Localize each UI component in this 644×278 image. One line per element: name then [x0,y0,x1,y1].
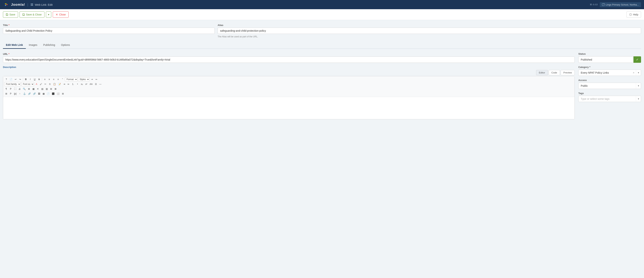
ordered-list-icon[interactable]: 1. [71,82,75,86]
chevron-down-icon [638,71,639,74]
link-icon[interactable]: 🔗 [32,92,37,96]
access-select[interactable]: Public [578,83,641,89]
copy-icon[interactable]: ⎘ [48,82,52,86]
svg-rect-6 [6,15,8,15]
main-content: Title * Alias The Alias will be used as … [0,20,644,123]
unordered-list-icon[interactable]: • [76,82,80,86]
editor-content[interactable] [3,97,574,119]
align-left-icon[interactable]: ≡ [43,77,47,81]
category-label: Category * [578,66,641,68]
content-tabs: Edit Web Link Images Publishing Options [3,42,641,49]
alias-input[interactable] [218,28,641,34]
format-select[interactable]: Format [65,77,78,81]
tags-dropdown-button[interactable] [636,96,641,102]
tab-options[interactable]: Options [58,42,73,49]
editor-tab-preview[interactable]: Preview [561,70,575,75]
close-button[interactable]: Close [53,11,68,18]
font-color-icon[interactable]: A [34,82,38,86]
outdent-icon[interactable]: ⇤ [66,82,71,86]
image-icon[interactable]: 🖼 [37,92,41,96]
p-tag-icon[interactable]: P [9,92,13,96]
template-icon[interactable]: 📄 [46,92,50,96]
editor-tab-code[interactable]: Code [549,70,560,75]
align-center-icon[interactable]: ≡ [47,77,51,81]
save-close-button[interactable]: Save & Close [20,11,44,18]
italic-button[interactable]: I [28,77,32,81]
rtl-icon[interactable]: ⇐ [94,77,98,81]
tags-section: Tags Type or select some tags [578,92,641,102]
status-confirm-button[interactable]: ✓ [634,56,641,63]
styles-select[interactable]: Styles [78,77,90,81]
table-col-icon[interactable]: ▥ [45,87,49,91]
status-input[interactable] [578,56,634,63]
access-dropdown-button[interactable] [636,83,641,89]
media-icon[interactable]: ▦ [42,92,46,96]
category-select[interactable]: Every NPAT Policy Links × [578,70,641,76]
blockquote2-icon[interactable]: P [9,87,13,91]
help-button[interactable]: ? Help [626,11,641,18]
font-size-select[interactable]: Font size [21,82,34,86]
url-required: * [8,53,10,55]
save-button[interactable]: Save [3,11,18,18]
new-doc-icon[interactable]: 📄 [9,77,13,81]
tags-select[interactable]: Type or select some tags [578,96,641,102]
split-cells-icon[interactable]: ⊠ [54,87,58,91]
tab-edit-web-link[interactable]: Edit Web Link [3,42,26,49]
para-icon[interactable]: ¶ [4,87,8,91]
anchor-icon[interactable]: ⚓ [22,92,27,96]
upload-icon[interactable]: ↑ [18,92,22,96]
delete-table-icon[interactable]: ✕ [36,87,40,91]
paste-text-icon[interactable]: 📝 [57,82,62,86]
font-family-select[interactable]: Font family [4,82,21,86]
subscript-icon[interactable]: x₂ [80,82,84,86]
indent-icon[interactable]: ⇥ [62,82,66,86]
underline-button[interactable]: U [33,77,37,81]
title-alias-row: Title * Alias The Alias will be used as … [3,24,641,38]
toolbar-row-3: ¶ P ⛶ 🖨 🔍 ⊞ ▦ ✕ ▤ ▥ ⊞ ⊠ [4,87,573,91]
article-icon[interactable]: ⬛ [51,92,56,96]
description-label: Description [3,66,575,68]
column-icon[interactable]: ⬜ [56,92,60,96]
save-dropdown-button[interactable]: ▾ [46,11,51,18]
fontsize-aa-icon[interactable]: AA [89,82,94,86]
align-justify-icon[interactable]: ≡ [56,77,60,81]
tab-images[interactable]: Images [26,42,40,49]
tab-publishing[interactable]: Publishing [40,42,58,49]
editor-tab-editor[interactable]: Editor [536,70,548,75]
status-control: ✓ [578,56,641,63]
url-input[interactable] [3,56,575,63]
special-char-icon[interactable]: Ω [94,82,98,86]
redo-icon[interactable]: ↪ [18,77,22,81]
title-required: * [8,24,10,26]
superscript-icon[interactable]: x² [84,82,88,86]
bold-button[interactable]: B [24,77,28,81]
strikethrough-button[interactable]: S [37,77,41,81]
unlink-icon[interactable]: 🔗 [27,92,32,96]
highlight-icon[interactable]: 🖊 [39,82,43,86]
preview2-icon[interactable]: 🔍 [22,87,26,91]
site-link-button[interactable]: Lings Primary School, Northa... [600,2,641,7]
paste-icon[interactable]: 📋 [52,82,57,86]
version-badge: ⌘ 4.4.8 [590,3,598,6]
category-dropdown-button[interactable] [636,70,641,75]
cut-icon[interactable]: ✂ [43,82,48,86]
description-section: Description Editor Code Preview ? 📄 ↩ [3,66,575,119]
blockquote-icon[interactable]: " [60,77,64,81]
column2-icon[interactable]: ⊞ [61,92,65,96]
alias-label: Alias [218,24,641,26]
category-clear-button[interactable]: × [632,70,636,76]
print-icon[interactable]: 🖨 [18,87,22,91]
table-prop-icon[interactable]: ▦ [31,87,36,91]
table-row-icon[interactable]: ▤ [40,87,44,91]
title-input[interactable] [3,28,215,34]
table-icon[interactable]: ⊞ [27,87,31,91]
merge-cells-icon[interactable]: ⊞ [49,87,53,91]
fullscreen-icon[interactable]: ⛶ [13,87,17,91]
ltr-icon[interactable]: ⇒ [90,77,94,81]
hr-icon[interactable]: — [98,82,102,86]
undo-icon[interactable]: ↩ [14,77,18,81]
align-right-icon[interactable]: ≡ [52,77,56,81]
grid-icon[interactable]: ⊞ [4,92,8,96]
help-icon[interactable]: ? [4,77,8,81]
p2-tag-icon[interactable]: [p] [13,92,17,96]
